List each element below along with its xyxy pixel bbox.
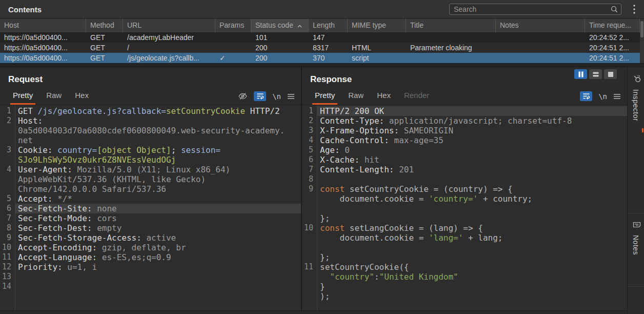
editor-line: 4User-Agent: Mozilla/5.0 (X11; Linux x86…: [0, 165, 301, 174]
line-number: 10: [302, 223, 317, 233]
column-header-params[interactable]: Params: [215, 19, 251, 32]
line-number: [302, 204, 317, 213]
line-number: [302, 282, 317, 291]
table-row[interactable]: https://0a5d00400...GET/js/geolocate.js?…: [0, 53, 644, 63]
line-number: 13: [0, 272, 15, 282]
columns-layout-icon: [578, 71, 584, 77]
line-content: Accept-Language: es-ES,es;q=0.9: [15, 252, 301, 262]
line-content: };: [317, 252, 627, 262]
editor-line: 10const setLangCookie = (lang) => {: [302, 223, 627, 233]
line-content: HTTP/2 200 OK: [317, 106, 627, 116]
editor-line: SJo9LhSWy5Ovz0ukr6Z8NVEssVeudOGj: [0, 155, 301, 165]
column-header-host[interactable]: Host: [0, 19, 86, 32]
tab-raw[interactable]: Raw: [346, 91, 366, 105]
line-number: [302, 194, 317, 204]
hide-eye-icon[interactable]: [238, 91, 248, 101]
line-number: 7: [0, 213, 15, 223]
table-cell: [406, 32, 496, 43]
editor-bottom-strip: [0, 310, 627, 314]
table-cell: ✓: [215, 53, 251, 63]
show-newlines-toggle[interactable]: \n: [272, 92, 281, 101]
layout-rows-button[interactable]: [589, 69, 602, 79]
line-number: 6: [302, 155, 317, 165]
editor-menu-button[interactable]: [287, 93, 295, 100]
editor-line: }: [302, 282, 627, 291]
line-number: 2: [302, 116, 317, 126]
tab-hex[interactable]: Hex: [374, 91, 393, 105]
line-number: 5: [0, 194, 15, 204]
editor-line: 9const setCountryCookie = (country) => {: [302, 184, 627, 194]
editor-line: };: [302, 213, 627, 223]
editor-menu-button[interactable]: [613, 93, 621, 100]
search-icon: [610, 5, 618, 15]
editor-line: 13: [0, 272, 301, 282]
response-editor[interactable]: 1HTTP/2 200 OK2Content-Type: application…: [302, 105, 627, 313]
editor-line: Chrome/142.0.0.0 Safari/537.36: [0, 184, 301, 194]
line-content: SJo9LhSWy5Ovz0ukr6Z8NVEssVeudOGj: [15, 155, 301, 165]
table-cell: Parameter cloaking: [406, 43, 496, 53]
column-header-status-code[interactable]: Status code: [251, 19, 309, 32]
table-scrollbar[interactable]: [640, 19, 644, 63]
show-newlines-toggle[interactable]: \n: [598, 92, 607, 101]
line-content: }: [317, 282, 627, 291]
table-cell: /: [123, 43, 215, 53]
word-wrap-toggle-button[interactable]: [254, 91, 266, 101]
request-tabs: PrettyRawHex \n: [0, 90, 301, 105]
word-wrap-toggle-button[interactable]: [580, 91, 592, 101]
search-input[interactable]: [449, 4, 621, 15]
column-header-method[interactable]: Method: [86, 19, 123, 32]
column-header-time-reque[interactable]: Time reque...: [585, 19, 640, 32]
rows-layout-icon: [593, 71, 599, 77]
table-row[interactable]: https://0a5d00400...GET/2008317HTMLParam…: [0, 43, 644, 53]
table-cell: [496, 43, 585, 53]
notes-icon: [631, 221, 641, 229]
table-row[interactable]: https://0a5d00400...GET/academyLabHeader…: [0, 32, 644, 43]
table-cell: [348, 32, 406, 43]
kebab-menu-button[interactable]: [629, 4, 640, 15]
line-number: [0, 126, 15, 135]
line-content: document.cookie = 'country=' + country;: [317, 194, 627, 204]
scrollbar-thumb[interactable]: [640, 21, 643, 37]
table-cell: [496, 32, 585, 43]
line-number: 5: [302, 145, 317, 155]
tab-pretty[interactable]: Pretty: [10, 91, 35, 105]
editor-line: [302, 243, 627, 252]
line-number: 2: [0, 116, 15, 126]
line-number: 3: [0, 145, 15, 155]
line-content: Sec-Fetch-Dest: empty: [15, 223, 301, 233]
column-header-mime-type[interactable]: MIME type: [348, 19, 406, 32]
layout-single-button[interactable]: [604, 69, 617, 79]
line-number: [0, 184, 15, 194]
line-number: [0, 135, 15, 145]
horizontal-splitter[interactable]: [0, 63, 644, 67]
tab-pretty[interactable]: Pretty: [312, 91, 337, 105]
request-title: Request: [0, 67, 301, 90]
column-header-length[interactable]: Length: [309, 19, 348, 32]
sidebar-tab-inspector[interactable]: Inspector: [628, 67, 644, 213]
sidebar-tab-notes[interactable]: Notes: [628, 213, 644, 287]
tab-raw[interactable]: Raw: [44, 91, 64, 105]
column-header-title[interactable]: Title: [406, 19, 496, 32]
line-number: 7: [302, 165, 317, 174]
tab-hex[interactable]: Hex: [72, 91, 91, 105]
line-number: 8: [302, 174, 317, 184]
editor-line: 5Age: 0: [302, 145, 627, 155]
line-content: Sec-Fetch-Mode: cors: [15, 213, 301, 223]
layout-columns-button[interactable]: [574, 69, 587, 79]
table-cell: HTML: [348, 43, 406, 53]
line-content: [317, 204, 627, 213]
editor-line: 6Sec-Fetch-Site: none: [0, 204, 301, 213]
editor-line: 14: [0, 282, 301, 291]
column-header-notes[interactable]: Notes: [496, 19, 585, 32]
column-header-url[interactable]: URL: [123, 19, 215, 32]
line-content: [317, 174, 627, 184]
table-cell: https://0a5d00400...: [0, 53, 86, 63]
response-toolbar: \n: [580, 91, 621, 101]
request-editor[interactable]: 1GET /js/geolocate.js?callback=setCountr…: [0, 105, 301, 313]
editor-line: 4Cache-Control: max-age=35: [302, 135, 627, 145]
line-number: 11: [0, 252, 15, 262]
line-content: setCountryCookie({: [317, 262, 627, 272]
line-content: Sec-Fetch-Site: none: [15, 204, 301, 213]
top-bar: Contents: [0, 0, 644, 18]
editor-line: 7Content-Length: 201: [302, 165, 627, 174]
